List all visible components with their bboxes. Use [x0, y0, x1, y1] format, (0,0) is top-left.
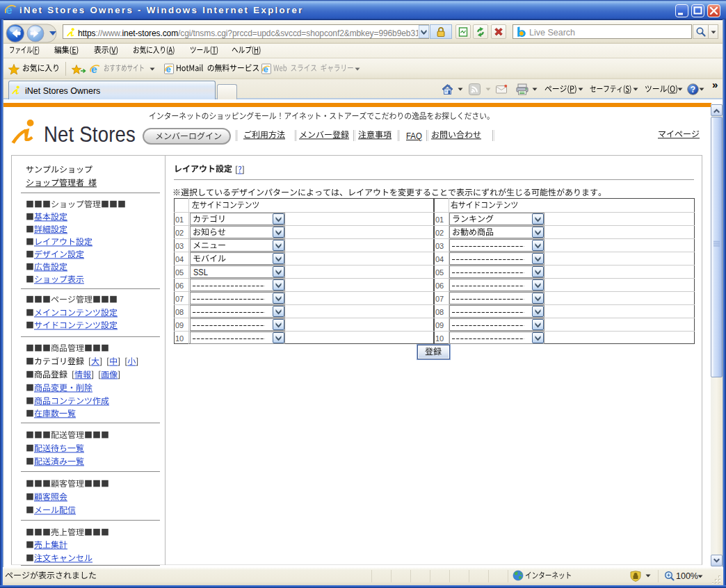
svg-text:?: ? — [691, 85, 695, 95]
svg-text:e: e — [166, 64, 171, 74]
svg-text:e: e — [264, 64, 268, 74]
